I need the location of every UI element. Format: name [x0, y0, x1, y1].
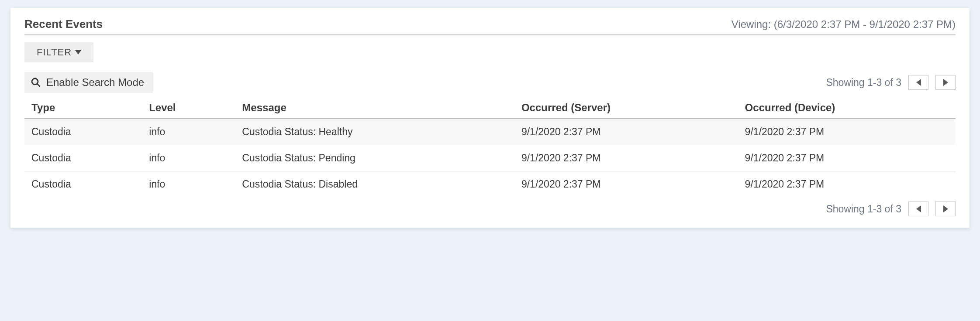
pager-summary-bottom: Showing 1-3 of 3: [826, 203, 901, 215]
table-row[interactable]: Custodia info Custodia Status: Pending 9…: [24, 145, 956, 171]
col-header-level[interactable]: Level: [145, 97, 238, 119]
col-header-occurred-device[interactable]: Occurred (Device): [742, 97, 956, 119]
chevron-left-icon: [916, 205, 921, 212]
chevron-right-icon: [943, 79, 948, 86]
cell-occurred-device: 9/1/2020 2:37 PM: [742, 145, 956, 171]
search-icon: [31, 77, 41, 88]
card-header: Recent Events Viewing: (6/3/2020 2:37 PM…: [24, 17, 956, 35]
cell-occurred-device: 9/1/2020 2:37 PM: [742, 119, 956, 145]
cell-type: Custodia: [24, 119, 145, 145]
col-header-type[interactable]: Type: [24, 97, 145, 119]
viewing-range: Viewing: (6/3/2020 2:37 PM - 9/1/2020 2:…: [732, 18, 956, 31]
search-pager-row: Enable Search Mode Showing 1-3 of 3: [24, 72, 956, 93]
cell-message: Custodia Status: Disabled: [238, 171, 518, 198]
pager-next-button-bottom[interactable]: [935, 201, 956, 216]
cell-message: Custodia Status: Pending: [238, 145, 518, 171]
chevron-left-icon: [916, 79, 921, 86]
svg-line-1: [37, 84, 40, 86]
cell-occurred-server: 9/1/2020 2:37 PM: [518, 145, 742, 171]
table-row[interactable]: Custodia info Custodia Status: Disabled …: [24, 171, 956, 198]
panel-title: Recent Events: [24, 17, 103, 31]
enable-search-mode-button[interactable]: Enable Search Mode: [24, 72, 153, 93]
cell-occurred-server: 9/1/2020 2:37 PM: [518, 171, 742, 198]
pager-prev-button[interactable]: [908, 75, 928, 90]
table-row[interactable]: Custodia info Custodia Status: Healthy 9…: [24, 119, 956, 145]
pager-next-button[interactable]: [935, 75, 956, 90]
caret-down-icon: [75, 50, 81, 55]
pager-bottom: Showing 1-3 of 3: [24, 201, 956, 216]
filter-button[interactable]: FILTER: [24, 42, 93, 62]
events-table-header-row: Type Level Message Occurred (Server) Occ…: [24, 97, 956, 119]
cell-level: info: [145, 119, 238, 145]
events-table: Type Level Message Occurred (Server) Occ…: [24, 97, 956, 197]
cell-occurred-server: 9/1/2020 2:37 PM: [518, 119, 742, 145]
toolbar: FILTER: [24, 42, 956, 62]
recent-events-card: Recent Events Viewing: (6/3/2020 2:37 PM…: [10, 8, 970, 228]
cell-type: Custodia: [24, 171, 145, 198]
cell-level: info: [145, 171, 238, 198]
cell-occurred-device: 9/1/2020 2:37 PM: [742, 171, 956, 198]
pager-summary-top: Showing 1-3 of 3: [826, 77, 901, 89]
pager-top: Showing 1-3 of 3: [826, 75, 956, 90]
enable-search-mode-label: Enable Search Mode: [46, 76, 144, 89]
filter-button-label: FILTER: [37, 47, 72, 58]
cell-message: Custodia Status: Healthy: [238, 119, 518, 145]
cell-level: info: [145, 145, 238, 171]
pager-prev-button-bottom[interactable]: [908, 201, 928, 216]
chevron-right-icon: [943, 205, 948, 212]
col-header-message[interactable]: Message: [238, 97, 518, 119]
col-header-occurred-server[interactable]: Occurred (Server): [518, 97, 742, 119]
cell-type: Custodia: [24, 145, 145, 171]
